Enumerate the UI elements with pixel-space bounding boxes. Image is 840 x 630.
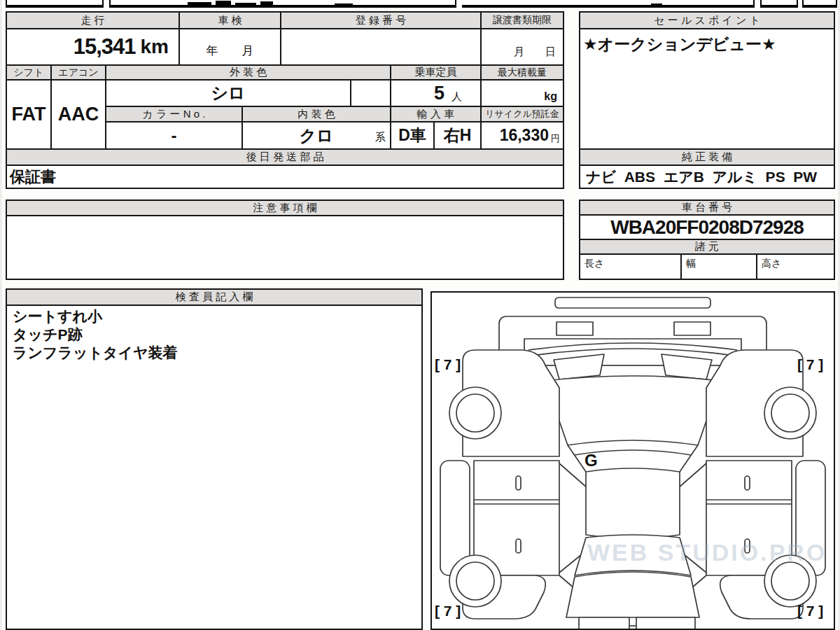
interior-color-header-label: 内 装 色 xyxy=(298,108,335,121)
roof xyxy=(586,468,680,538)
dimensions-header: 諸 元 xyxy=(579,239,835,255)
width-cell: 幅 xyxy=(680,253,757,280)
cutoff-cell xyxy=(462,0,755,8)
import-header-label: 輸 入 車 xyxy=(417,108,454,121)
max-load-header: 最大積載量 xyxy=(480,64,564,80)
interior-color-suffix: 系 xyxy=(375,131,386,144)
right-headlight xyxy=(674,322,710,335)
cutoff-cell xyxy=(802,0,837,8)
sales-point-header: セ ー ル ス ポ イ ン ト xyxy=(579,11,835,29)
inspector-header: 検 査 員 記 入 欄 xyxy=(6,288,423,306)
dimensions-header-label: 諸 元 xyxy=(695,240,719,253)
later-parts-value: 保証書 xyxy=(10,167,56,188)
color-no-header-label: カ ラ ー N o . xyxy=(143,108,206,121)
cutoff-text-fragment xyxy=(235,3,256,7)
equipment-value-cell: ナビ ABS エアB アルミ PS PW xyxy=(579,164,835,189)
inspector-note-line: タッチP跡 xyxy=(13,326,177,344)
car-diagram: [ 7 ] [ 7 ] [ 7 ] [ 7 ] G xyxy=(432,293,834,629)
interior-color-header: 内 装 色 xyxy=(241,106,391,122)
color-no-header: カ ラ ー N o . xyxy=(105,106,243,122)
later-parts-header: 後 日 発 送 部 品 xyxy=(6,148,564,166)
front-bumper-strip xyxy=(555,298,710,308)
import-value-1: D車 xyxy=(398,125,426,146)
inspector-notes-cell: シートすれ小 タッチP跡 ランフラットタイヤ装着 xyxy=(6,304,423,630)
cutoff-text-fragment xyxy=(651,4,662,7)
registration-header: 登 録 番 号 xyxy=(280,11,482,29)
auction-sheet-page: { "colors": { "border": "#161616", "head… xyxy=(0,0,840,630)
shift-value: FAT xyxy=(12,104,46,125)
capacity-value: 5 xyxy=(434,83,444,104)
front-right-wheel-inner xyxy=(771,394,809,432)
recycle-value-cell: 16,330 円 xyxy=(480,121,564,150)
capacity-value-cell: 5 人 xyxy=(390,79,482,107)
tire-depth-front-right: [ 7 ] xyxy=(797,356,823,372)
capacity-header: 乗車定員 xyxy=(390,64,482,80)
chassis-header: 車 台 番 号 xyxy=(579,200,835,216)
max-load-value-cell: kg xyxy=(480,79,564,107)
cutoff-cell xyxy=(6,0,104,8)
cutoff-text-fragment xyxy=(335,4,353,7)
capacity-unit: 人 xyxy=(451,90,462,104)
chassis-header-label: 車 台 番 号 xyxy=(682,201,733,214)
mileage-value: 15,341 xyxy=(74,34,136,59)
mileage-value-cell: 15,341 km xyxy=(6,28,180,66)
inspector-header-label: 検 査 員 記 入 欄 xyxy=(176,290,253,304)
registration-value-cell xyxy=(280,28,482,66)
width-label: 幅 xyxy=(686,258,696,270)
tire-depth-rear-right: [ 7 ] xyxy=(797,603,823,619)
cutoff-text-fragment xyxy=(260,1,273,7)
exterior-color-header-label: 外 装 色 xyxy=(230,66,267,79)
shift-header: シフト xyxy=(6,64,52,80)
cutoff-text-fragment xyxy=(216,1,231,7)
rear-right-wheel-inner xyxy=(771,562,809,600)
recycle-header-label: リサイクル預託金 xyxy=(485,108,559,120)
import-value-cell-2: 右H xyxy=(433,121,482,150)
sales-point-value-cell: ★オークションデビュー★ xyxy=(579,28,835,150)
mileage-header-label: 走 行 xyxy=(80,14,104,27)
cautions-header: 注 意 事 項 欄 xyxy=(6,200,564,216)
inspector-notes-text: シートすれ小 タッチP跡 ランフラットタイヤ装着 xyxy=(7,306,183,363)
length-cell: 長さ xyxy=(579,253,682,280)
left-rear-door-handle xyxy=(516,539,521,553)
shift-header-label: シフト xyxy=(14,66,44,79)
cutoff-cell xyxy=(760,0,798,8)
registration-header-label: 登 録 番 号 xyxy=(356,14,407,27)
color-no-value: - xyxy=(172,126,177,146)
inspection-header: 車 検 xyxy=(178,11,281,29)
interior-color-value: クロ xyxy=(299,125,333,147)
rear-window xyxy=(575,535,691,575)
inspection-value-cell: 年 月 xyxy=(178,28,281,66)
sales-point-value: ★オークションデビュー★ xyxy=(583,34,776,55)
recycle-header: リサイクル預託金 xyxy=(480,106,564,122)
cutoff-text-fragment xyxy=(188,2,211,7)
later-parts-value-cell: 保証書 xyxy=(6,164,564,189)
max-load-unit: kg xyxy=(544,90,557,103)
length-label: 長さ xyxy=(584,258,604,270)
trunk xyxy=(566,572,699,617)
transfer-deadline-header-label: 譲渡書類期限 xyxy=(493,14,552,27)
max-load-header-label: 最大積載量 xyxy=(498,66,547,79)
exterior-color-extra-cell xyxy=(350,79,391,107)
interior-color-value-cell: クロ 系 xyxy=(241,121,391,150)
hood xyxy=(545,376,720,445)
aircon-header: エアコン xyxy=(50,64,106,80)
shift-value-cell: FAT xyxy=(6,79,52,150)
tire-depth-front-left: [ 7 ] xyxy=(435,356,461,372)
equipment-header: 純 正 装 備 xyxy=(579,148,835,166)
inspector-note-line: ランフラットタイヤ装着 xyxy=(13,344,177,362)
inspection-value: 年 月 xyxy=(206,43,254,59)
rear-bumper-left xyxy=(579,617,629,629)
car-diagram-box: [ 7 ] [ 7 ] [ 7 ] [ 7 ] G WEB STUDIO.PRO xyxy=(430,291,835,630)
aircon-value: AAC xyxy=(58,104,99,125)
mileage-header: 走 行 xyxy=(6,11,180,29)
inspector-note-line: シートすれ小 xyxy=(13,307,177,326)
aircon-value-cell: AAC xyxy=(50,79,106,150)
cutoff-cell xyxy=(109,0,456,8)
height-label: 高さ xyxy=(762,258,781,270)
exterior-color-header: 外 装 色 xyxy=(105,64,391,80)
exterior-color-value-cell: シロ xyxy=(105,79,351,107)
mileage-unit: km xyxy=(141,36,169,58)
sales-point-header-label: セ ー ル ス ポ イ ン ト xyxy=(654,14,760,27)
exterior-color-value: シロ xyxy=(211,82,245,104)
inspection-header-label: 車 検 xyxy=(218,14,241,27)
